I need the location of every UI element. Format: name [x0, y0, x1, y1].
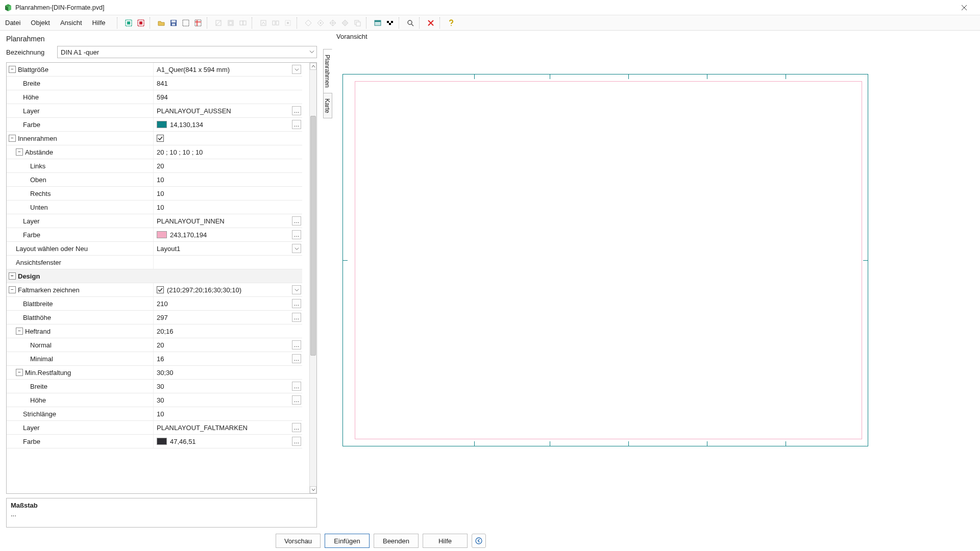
expand-toggle[interactable]: − [16, 369, 23, 376]
description-title: Maßstab [11, 502, 312, 509]
row-minrest[interactable]: −Min.Restfaltung30;30 [7, 366, 302, 380]
property-grid-rows: −Blattgröße A1_Quer(841 x 594 mm) Breite… [7, 63, 302, 493]
foldmark [550, 74, 550, 79]
row-links[interactable]: Links20 [7, 159, 302, 173]
ellipsis-button[interactable]: … [292, 423, 301, 432]
row-heftrand[interactable]: −Heftrand20;16 [7, 324, 302, 338]
ellipsis-button[interactable]: … [292, 313, 301, 322]
tool-crop-icon[interactable] [192, 17, 204, 29]
svg-rect-19 [276, 21, 279, 25]
row-layer-aussen[interactable]: Layer PLANLAYOUT_AUSSEN… [7, 104, 302, 118]
svg-rect-24 [356, 22, 360, 26]
row-normal[interactable]: Normal20… [7, 338, 302, 352]
scroll-down-icon[interactable] [310, 486, 316, 493]
menu-hilfe[interactable]: Hilfe [87, 15, 111, 31]
hilfe-button[interactable]: Hilfe [423, 534, 468, 548]
vtab-karte[interactable]: Karte [323, 93, 332, 119]
row-hoehe[interactable]: Höhe 594 [7, 90, 302, 104]
svg-rect-16 [243, 21, 246, 25]
row-blattgroesse[interactable]: −Blattgröße A1_Quer(841 x 594 mm) [7, 63, 302, 77]
toolbar [111, 17, 457, 29]
expand-toggle[interactable]: − [9, 135, 16, 142]
row-minimal[interactable]: Minimal16… [7, 352, 302, 366]
ellipsis-button[interactable]: … [292, 299, 301, 308]
beenden-button[interactable]: Beenden [374, 534, 419, 548]
row-faltmarken[interactable]: −Faltmarken zeichnen(210;297;20;16;30;30… [7, 283, 302, 297]
ellipsis-button[interactable]: … [292, 120, 301, 129]
ellipsis-button[interactable]: … [292, 230, 301, 239]
tool-window-icon[interactable] [372, 17, 383, 29]
ellipsis-button[interactable]: … [292, 382, 301, 391]
ellipsis-button[interactable]: … [292, 216, 301, 226]
tool-select-all-icon[interactable] [180, 17, 191, 29]
bezeichnung-label: Bezeichnung [6, 48, 47, 56]
row-layer-innen[interactable]: LayerPLANLAYOUT_INNEN… [7, 214, 302, 228]
vtab-planrahmen[interactable]: Planrahmen [323, 49, 332, 93]
row-layer-falt[interactable]: LayerPLANLAYOUT_FALTMARKEN… [7, 421, 302, 435]
expand-toggle[interactable]: − [9, 286, 16, 293]
tool-copy-icon [352, 17, 363, 29]
preview-inner-frame [355, 81, 862, 439]
ellipsis-button[interactable]: … [292, 106, 301, 115]
scroll-thumb[interactable] [310, 116, 316, 356]
row-breite[interactable]: Breite 841 [7, 77, 302, 90]
foldmark [550, 441, 550, 446]
expand-toggle[interactable]: − [9, 66, 16, 73]
menu-objekt[interactable]: Objekt [26, 15, 55, 31]
ellipsis-button[interactable]: … [292, 437, 301, 446]
row-innenrahmen[interactable]: −Innenrahmen [7, 132, 302, 145]
row-mr-hoehe[interactable]: Höhe30… [7, 393, 302, 407]
row-layout-waehlen[interactable]: Layout wählen oder NeuLayout1 [7, 242, 302, 256]
row-farbe-innen[interactable]: Farbe243,170,194… [7, 228, 302, 242]
tool-open-icon[interactable] [156, 17, 167, 29]
menu-ansicht[interactable]: Ansicht [55, 15, 87, 31]
checkbox[interactable] [157, 286, 164, 293]
foldmark [707, 441, 707, 446]
row-abstaende[interactable]: −Abstände 20 ; 10 ; 10 ; 10 [7, 145, 302, 159]
panel-title: Planrahmen [0, 31, 323, 46]
ellipsis-button[interactable]: … [292, 354, 301, 363]
dropdown-button[interactable] [292, 285, 301, 294]
bezeichnung-combo[interactable]: DIN A1 -quer [57, 46, 317, 58]
ellipsis-button[interactable]: … [292, 340, 301, 349]
tool-zoom-icon[interactable] [405, 17, 416, 29]
row-unten[interactable]: Unten10 [7, 201, 302, 214]
scroll-up-icon[interactable] [310, 63, 316, 70]
dropdown-button[interactable] [292, 65, 301, 74]
tool-delete-icon[interactable] [425, 17, 436, 29]
expand-toggle[interactable]: − [16, 328, 23, 335]
ellipsis-button[interactable]: … [292, 395, 301, 405]
svg-rect-10 [183, 20, 189, 26]
collapse-button[interactable] [472, 534, 486, 548]
row-blattbreite[interactable]: Blattbreite210… [7, 297, 302, 311]
row-blatthoehe[interactable]: Blatthöhe297… [7, 311, 302, 324]
tool-save-icon[interactable] [168, 17, 179, 29]
row-strichlaenge[interactable]: Strichlänge10 [7, 407, 302, 421]
window-close-button[interactable] [952, 0, 976, 15]
tool-help-icon[interactable] [446, 17, 457, 29]
bezeichnung-row: Bezeichnung DIN A1 -quer [0, 46, 323, 62]
row-rechts[interactable]: Rechts10 [7, 187, 302, 201]
row-farbe-aussen[interactable]: Farbe 14,130,134… [7, 118, 302, 132]
row-farbe-falt[interactable]: Farbe47,46,51… [7, 435, 302, 448]
expand-toggle[interactable]: − [16, 148, 23, 156]
foldmark [707, 74, 707, 79]
tool-dup-icon[interactable] [135, 17, 146, 29]
grid-scrollbar[interactable] [309, 63, 316, 493]
row-mr-breite[interactable]: Breite30… [7, 380, 302, 393]
einfuegen-button[interactable]: Einfügen [325, 534, 370, 548]
scroll-track[interactable] [310, 70, 316, 486]
vorschau-button[interactable]: Vorschau [276, 534, 321, 548]
svg-rect-28 [391, 21, 393, 23]
toolbar-separator [297, 17, 300, 29]
tool-new-icon[interactable] [123, 17, 134, 29]
row-ansichtsfenster[interactable]: Ansichtsfenster [7, 256, 302, 269]
row-design[interactable]: −Design [7, 269, 302, 283]
menu-datei[interactable]: Datei [0, 15, 26, 31]
row-oben[interactable]: Oben10 [7, 173, 302, 187]
checkbox[interactable] [157, 135, 164, 142]
expand-toggle[interactable]: − [9, 272, 16, 280]
tool-checker-icon[interactable] [384, 17, 396, 29]
bezeichnung-value: DIN A1 -quer [61, 48, 99, 56]
dropdown-button[interactable] [292, 244, 301, 253]
